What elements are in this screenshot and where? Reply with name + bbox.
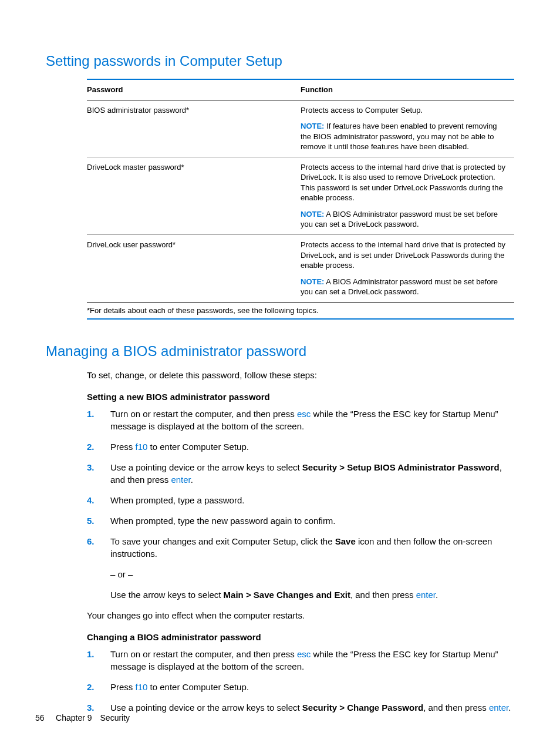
intro-text: To set, change, or delete this password,… bbox=[87, 369, 514, 381]
step-text: . bbox=[191, 475, 193, 485]
page-number: 56 bbox=[35, 713, 45, 723]
note-label: NOTE: bbox=[301, 277, 324, 286]
step-text: Press bbox=[110, 442, 136, 452]
key-esc: esc bbox=[297, 649, 311, 659]
step-text: Use a pointing device or the arrow keys … bbox=[110, 462, 302, 472]
step-text: Turn on or restart the computer, and the… bbox=[110, 649, 297, 659]
save-icon-label: Save bbox=[335, 536, 356, 546]
step-item: Use a pointing device or the arrow keys … bbox=[87, 701, 514, 714]
menu-path: Main > Save Changes and Exit bbox=[224, 590, 350, 600]
step-text: Press bbox=[110, 682, 136, 692]
step-item: Press f10 to enter Computer Setup. bbox=[87, 441, 514, 453]
step-alt: Use the arrow keys to select Main > Save… bbox=[110, 589, 514, 601]
step-text: , and then press bbox=[350, 590, 416, 600]
desc-text: Protects access to Computer Setup. bbox=[301, 105, 510, 116]
menu-path: Security > Change Password bbox=[302, 703, 423, 713]
step-text: Turn on or restart the computer, and the… bbox=[110, 409, 297, 419]
table-row: DriveLock master password* Protects acce… bbox=[87, 157, 514, 234]
step-text: , and then press bbox=[423, 703, 489, 713]
key-enter: enter bbox=[416, 590, 436, 600]
step-item: Use a pointing device or the arrow keys … bbox=[87, 461, 514, 486]
password-function: Protects access to the internal hard dri… bbox=[301, 157, 514, 234]
password-table-container: Password Function BIOS administrator pas… bbox=[87, 79, 514, 320]
note-text: A BIOS Administrator password must be se… bbox=[301, 277, 498, 297]
step-text: Use a pointing device or the arrow keys … bbox=[110, 703, 302, 713]
password-name: BIOS administrator password* bbox=[87, 100, 301, 157]
key-f10: f10 bbox=[136, 682, 148, 692]
step-item: To save your changes and exit Computer S… bbox=[87, 535, 514, 601]
table-row: BIOS administrator password* Protects ac… bbox=[87, 100, 514, 157]
key-enter: enter bbox=[489, 703, 508, 713]
steps-changing: Turn on or restart the computer, and the… bbox=[87, 648, 514, 714]
key-esc: esc bbox=[297, 409, 311, 419]
chapter-label: Chapter 9 Security bbox=[56, 713, 130, 723]
key-f10: f10 bbox=[136, 442, 148, 452]
password-function: Protects access to the internal hard dri… bbox=[301, 235, 514, 303]
table-footnote: *For details about each of these passwor… bbox=[87, 303, 514, 320]
subheading-setting-new: Setting a new BIOS administrator passwor… bbox=[87, 392, 514, 402]
or-separator: – or – bbox=[110, 568, 514, 580]
password-table: Password Function BIOS administrator pas… bbox=[87, 79, 514, 303]
after-restart-text: Your changes go into effect when the com… bbox=[87, 609, 514, 621]
desc-text: Protects access to the internal hard dri… bbox=[301, 240, 510, 271]
step-item: Press f10 to enter Computer Setup. bbox=[87, 681, 514, 693]
step-text: to enter Computer Setup. bbox=[147, 442, 249, 452]
note-label: NOTE: bbox=[301, 122, 324, 130]
steps-setting-new: Turn on or restart the computer, and the… bbox=[87, 408, 514, 601]
step-item: Turn on or restart the computer, and the… bbox=[87, 408, 514, 432]
note-block: NOTE: A BIOS Administrator password must… bbox=[301, 277, 510, 297]
note-block: NOTE: A BIOS Administrator password must… bbox=[301, 209, 510, 230]
step-text: . bbox=[436, 590, 438, 600]
step-text: to enter Computer Setup. bbox=[147, 682, 249, 692]
step-item: Turn on or restart the computer, and the… bbox=[87, 648, 514, 673]
password-name: DriveLock user password* bbox=[87, 235, 301, 303]
step-item: When prompted, type the new password aga… bbox=[87, 515, 514, 527]
note-label: NOTE: bbox=[301, 210, 324, 219]
subheading-changing: Changing a BIOS administrator password bbox=[87, 632, 514, 642]
col-function: Function bbox=[301, 79, 514, 100]
password-name: DriveLock master password* bbox=[87, 157, 301, 234]
step-item: When prompted, type a password. bbox=[87, 494, 514, 506]
password-function: Protects access to Computer Setup. NOTE:… bbox=[301, 100, 514, 157]
step-text: Use the arrow keys to select bbox=[110, 590, 224, 600]
table-row: DriveLock user password* Protects access… bbox=[87, 235, 514, 303]
step-text: To save your changes and exit Computer S… bbox=[110, 536, 335, 546]
note-text: A BIOS Administrator password must be se… bbox=[301, 210, 498, 229]
step-text: . bbox=[508, 703, 511, 713]
desc-text: Protects access to the internal hard dri… bbox=[301, 162, 510, 203]
heading-managing-bios: Managing a BIOS administrator password bbox=[46, 343, 514, 359]
key-enter: enter bbox=[171, 475, 190, 485]
page-footer: 56 Chapter 9 Security bbox=[35, 713, 130, 723]
heading-setting-passwords: Setting passwords in Computer Setup bbox=[46, 53, 514, 69]
menu-path: Security > Setup BIOS Administrator Pass… bbox=[302, 462, 500, 472]
note-block: NOTE: If features have been enabled to p… bbox=[301, 121, 510, 152]
col-password: Password bbox=[87, 79, 301, 100]
note-text: If features have been enabled to prevent… bbox=[301, 122, 497, 151]
